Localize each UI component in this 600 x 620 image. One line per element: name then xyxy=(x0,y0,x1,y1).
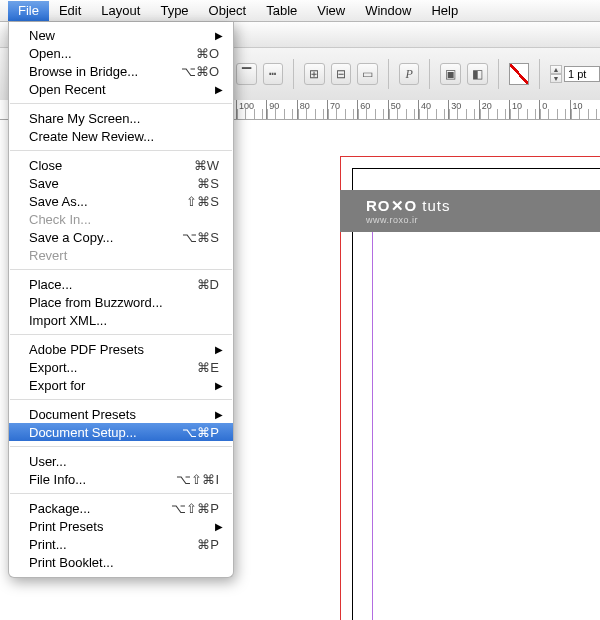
menu-item-label: Print Presets xyxy=(29,519,219,534)
menu-item-print[interactable]: Print...⌘P xyxy=(9,535,233,553)
menu-item-shortcut: ⌘S xyxy=(197,176,219,191)
submenu-arrow-icon: ▶ xyxy=(215,380,223,391)
menu-item-label: User... xyxy=(29,454,219,469)
menu-object[interactable]: Object xyxy=(199,1,257,21)
menu-separator xyxy=(10,334,232,335)
menu-item-document-presets[interactable]: Document Presets▶ xyxy=(9,405,233,423)
menu-type[interactable]: Type xyxy=(150,1,198,21)
menu-item-shortcut: ⌘P xyxy=(197,537,219,552)
stroke-weight-field: ▲▼ xyxy=(550,65,600,83)
ruler-mark: 80 xyxy=(300,101,310,111)
ruler-mark: 10 xyxy=(512,101,522,111)
menu-item-browse-in-bridge[interactable]: Browse in Bridge...⌥⌘O xyxy=(9,62,233,80)
stroke-none-swatch[interactable] xyxy=(509,63,530,85)
margin-guide xyxy=(372,216,600,620)
text-wrap-icon[interactable]: ▣ xyxy=(440,63,461,85)
menu-item-user[interactable]: User... xyxy=(9,452,233,470)
menu-item-shortcut: ⌘O xyxy=(196,46,219,61)
menu-item-revert: Revert xyxy=(9,246,233,264)
menu-file[interactable]: File xyxy=(8,1,49,21)
menu-item-label: Save As... xyxy=(29,194,178,209)
menu-separator xyxy=(10,150,232,151)
menu-item-save[interactable]: Save⌘S xyxy=(9,174,233,192)
submenu-arrow-icon: ▶ xyxy=(215,409,223,420)
menu-item-label: Export... xyxy=(29,360,189,375)
menu-item-open[interactable]: Open...⌘O xyxy=(9,44,233,62)
menu-item-label: Close xyxy=(29,158,186,173)
menu-item-shortcut: ⌥⌘S xyxy=(182,230,219,245)
paragraph-style-icon[interactable]: P xyxy=(399,63,420,85)
menu-separator xyxy=(10,446,232,447)
menu-window[interactable]: Window xyxy=(355,1,421,21)
ruler-mark: 40 xyxy=(421,101,431,111)
menu-item-open-recent[interactable]: Open Recent▶ xyxy=(9,80,233,98)
menu-item-place-from-buzzword[interactable]: Place from Buzzword... xyxy=(9,293,233,311)
watermark-url: www.roxo.ir xyxy=(366,215,418,225)
ruler-mark: 20 xyxy=(482,101,492,111)
submenu-arrow-icon: ▶ xyxy=(215,30,223,41)
menu-item-create-new-review[interactable]: Create New Review... xyxy=(9,127,233,145)
menu-item-save-a-copy[interactable]: Save a Copy...⌥⌘S xyxy=(9,228,233,246)
menu-separator xyxy=(10,103,232,104)
menu-view[interactable]: View xyxy=(307,1,355,21)
menu-help[interactable]: Help xyxy=(421,1,468,21)
separator xyxy=(293,59,294,89)
menu-item-document-setup[interactable]: Document Setup...⌥⌘P xyxy=(9,423,233,441)
menu-item-import-xml[interactable]: Import XML... xyxy=(9,311,233,329)
menu-item-label: Browse in Bridge... xyxy=(29,64,173,79)
menu-item-label: Check In... xyxy=(29,212,219,227)
ruler-mark: 50 xyxy=(391,101,401,111)
ruler-mark: 60 xyxy=(360,101,370,111)
menu-item-label: Revert xyxy=(29,248,219,263)
distribute-icon[interactable]: ⊞ xyxy=(304,63,325,85)
menu-layout[interactable]: Layout xyxy=(91,1,150,21)
menu-item-shortcut: ⌘D xyxy=(197,277,219,292)
menu-item-label: Adobe PDF Presets xyxy=(29,342,219,357)
effects-icon[interactable]: ◧ xyxy=(467,63,488,85)
align-top-icon[interactable]: ▔ xyxy=(236,63,257,85)
menu-item-adobe-pdf-presets[interactable]: Adobe PDF Presets▶ xyxy=(9,340,233,358)
menu-table[interactable]: Table xyxy=(256,1,307,21)
menu-edit[interactable]: Edit xyxy=(49,1,91,21)
menu-item-label: Document Setup... xyxy=(29,425,174,440)
menu-item-label: Save xyxy=(29,176,189,191)
menu-item-label: Open Recent xyxy=(29,82,219,97)
separator xyxy=(539,59,540,89)
menu-item-share-my-screen[interactable]: Share My Screen... xyxy=(9,109,233,127)
menu-item-save-as[interactable]: Save As...⇧⌘S xyxy=(9,192,233,210)
menu-item-export-for[interactable]: Export for▶ xyxy=(9,376,233,394)
menu-item-place[interactable]: Place...⌘D xyxy=(9,275,233,293)
stroke-weight-input[interactable] xyxy=(564,66,600,82)
submenu-arrow-icon: ▶ xyxy=(215,84,223,95)
distribute-v-icon[interactable]: ⊟ xyxy=(331,63,352,85)
stroke-weight-stepper[interactable]: ▲▼ xyxy=(550,65,562,83)
menu-item-print-presets[interactable]: Print Presets▶ xyxy=(9,517,233,535)
menu-item-label: New xyxy=(29,28,219,43)
menu-item-new[interactable]: New▶ xyxy=(9,26,233,44)
menu-item-print-booklet[interactable]: Print Booklet... xyxy=(9,553,233,571)
menu-item-label: Print... xyxy=(29,537,189,552)
file-menu-dropdown: New▶Open...⌘OBrowse in Bridge...⌥⌘OOpen … xyxy=(8,22,234,578)
menu-item-label: Save a Copy... xyxy=(29,230,174,245)
menu-item-check-in: Check In... xyxy=(9,210,233,228)
menu-item-file-info[interactable]: File Info...⌥⇧⌘I xyxy=(9,470,233,488)
submenu-arrow-icon: ▶ xyxy=(215,344,223,355)
menu-item-label: Place... xyxy=(29,277,189,292)
menu-item-export[interactable]: Export...⌘E xyxy=(9,358,233,376)
separator xyxy=(388,59,389,89)
ruler-mark: 30 xyxy=(451,101,461,111)
menu-item-package[interactable]: Package...⌥⇧⌘P xyxy=(9,499,233,517)
menu-item-label: Export for xyxy=(29,378,219,393)
menu-item-shortcut: ⌥⇧⌘I xyxy=(176,472,219,487)
ruler-mark: 100 xyxy=(239,101,254,111)
menu-item-label: Create New Review... xyxy=(29,129,219,144)
menu-item-label: File Info... xyxy=(29,472,168,487)
menu-item-label: Package... xyxy=(29,501,163,516)
align-group-icon[interactable]: ▭ xyxy=(357,63,378,85)
menu-item-shortcut: ⌥⌘O xyxy=(181,64,219,79)
menu-item-close[interactable]: Close⌘W xyxy=(9,156,233,174)
ruler-mark: 90 xyxy=(269,101,279,111)
menu-item-label: Document Presets xyxy=(29,407,219,422)
menu-item-shortcut: ⌥⌘P xyxy=(182,425,219,440)
dash-options-icon[interactable]: ┅ xyxy=(263,63,284,85)
